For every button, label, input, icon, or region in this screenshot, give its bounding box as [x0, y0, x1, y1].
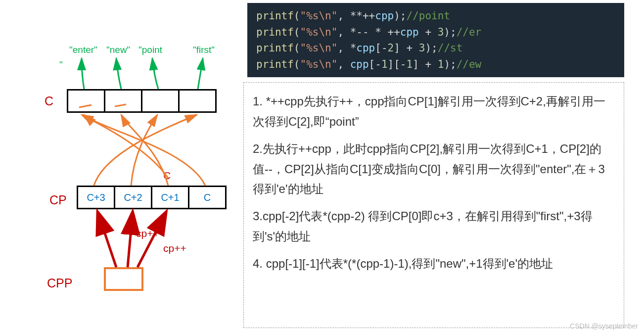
string-first: "first" [193, 45, 215, 55]
c-cell-0 [67, 89, 105, 113]
c-array [67, 89, 215, 113]
cp-cell-0: C+3 [77, 186, 115, 209]
c-cell-1 [104, 89, 142, 113]
cp-cell-3: C [188, 186, 227, 209]
string-enter: "enter" [69, 45, 97, 55]
cp-cell-2: C+1 [151, 186, 189, 209]
cp-annot-2: cp++ [163, 242, 186, 254]
label-cpp: CPP [47, 276, 72, 290]
cp-cell-1: C+2 [114, 186, 152, 209]
code-line-1: printf("%s\n", **++cpp);//point [256, 8, 615, 24]
explain-3: 3.cpp[-2]代表*(cpp-2) 得到CP[0]即c+3，在解引用得到"f… [253, 206, 614, 247]
string-new: "new" [106, 45, 130, 55]
cp-c-mark: C [163, 170, 171, 182]
explanation-box: 1. *++cpp先执行++，cpp指向CP[1]解引用一次得到C+2,再解引用… [243, 82, 624, 328]
code-line-3: printf("%s\n", *cpp[-2] + 3);//st [256, 40, 615, 56]
cpp-box [104, 267, 143, 291]
string-trailing: " [59, 59, 63, 70]
label-c: C [45, 94, 53, 108]
c-cell-3 [178, 89, 217, 113]
diagram-panel: "enter" "new" "point "first" " C CP C+3 … [0, 0, 242, 332]
label-cp: CP [49, 193, 67, 207]
code-line-2: printf("%s\n", *-- * ++cpp + 3);//er [256, 24, 615, 41]
string-point: "point [138, 45, 162, 55]
right-panel: printf("%s\n", **++cpp);//point printf("… [242, 0, 644, 332]
cp-array: C+3 C+2 C+1 C [77, 186, 225, 209]
watermark: CSDN @syseptember [570, 322, 638, 330]
explain-2: 2.先执行++cpp，此时cpp指向CP[2],解引用一次得到C+1，CP[2]… [253, 139, 614, 199]
cp-annot-1: cp++ [136, 228, 159, 239]
explain-4: 4. cpp[-1][-1]代表*(*(cpp-1)-1),得到"new",+1… [253, 254, 614, 274]
code-block: printf("%s\n", **++cpp);//point printf("… [247, 3, 624, 77]
c-cell-2 [141, 89, 180, 113]
explain-1: 1. *++cpp先执行++，cpp指向CP[1]解引用一次得到C+2,再解引用… [253, 92, 614, 132]
code-line-4: printf("%s\n", cpp[-1][-1] + 1);//ew [256, 56, 615, 73]
